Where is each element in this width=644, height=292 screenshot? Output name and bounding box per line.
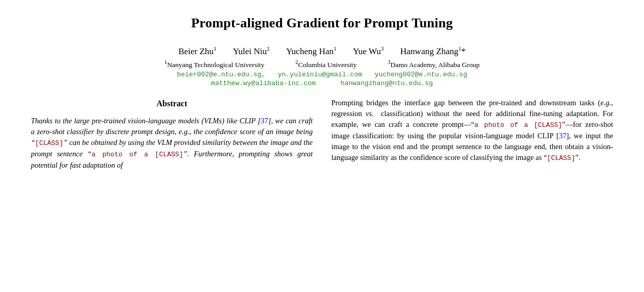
prompt-code-1: a photo of a [CLASS] <box>91 151 183 158</box>
abstract-text: Thanks to the large pre-trained vision-l… <box>31 116 313 171</box>
affiliation-3: 3Damo Academy, Alibaba Group <box>388 59 480 69</box>
email-3: yucheng002@e.ntu.edu.sg <box>375 71 467 78</box>
prompt-code-2: a photo of a [CLASS] <box>474 121 562 129</box>
left-column: Abstract Thanks to the large pre-trained… <box>31 98 313 171</box>
class-token-2: [CLASS] <box>547 154 575 162</box>
author-1: Beier Zhu1 <box>178 45 217 57</box>
author-3: Yucheng Han1 <box>286 45 337 57</box>
emails-row1: beier002@e.ntu.edu.sg, yn.yuleiniu@gmail… <box>31 71 613 78</box>
abstract-title: Abstract <box>31 98 313 109</box>
authors-section: Beier Zhu1 Yulei Niu2 Yucheng Han1 Yue W… <box>31 45 613 87</box>
columns-container: Abstract Thanks to the large pre-trained… <box>31 98 613 171</box>
author-2: Yulei Niu2 <box>233 45 270 57</box>
emails-row2: matthew.wy@alibaba-inc.com hanwangzhang@… <box>31 79 613 87</box>
affiliation-2: 2Columbia University <box>295 59 357 69</box>
affiliations-line: 1Nanyang Technological University 2Colum… <box>31 59 613 69</box>
class-token-1: [CLASS] <box>35 139 63 147</box>
email-2: yn.yuleiniu@gmail.com <box>278 71 362 78</box>
email-1: beier002@e.ntu.edu.sg, <box>177 71 266 78</box>
cite-37-left: 37 <box>261 117 269 125</box>
authors-line: Beier Zhu1 Yulei Niu2 Yucheng Han1 Yue W… <box>31 45 613 57</box>
right-column: Prompting bridges the interface gap betw… <box>332 98 614 171</box>
right-column-text: Prompting bridges the interface gap betw… <box>332 98 614 164</box>
cite-37-right: 37 <box>559 132 567 140</box>
email-4: matthew.wy@alibaba-inc.com <box>211 79 316 87</box>
paper-title: Prompt-aligned Gradient for Prompt Tunin… <box>31 15 613 31</box>
email-5: hanwangzhang@ntu.edu.sg <box>340 79 433 87</box>
author-4: Yue Wu3 <box>353 45 384 57</box>
author-5: Hanwang Zhang1* <box>400 45 466 57</box>
affiliation-1: 1Nanyang Technological University <box>164 59 265 69</box>
